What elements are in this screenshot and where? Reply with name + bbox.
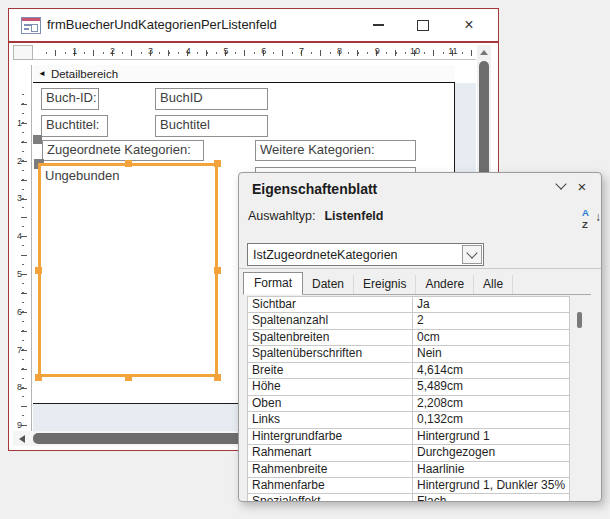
property-row: Oben2,208cm [248,396,569,412]
property-row: Spaltenanzahl2 [248,313,569,329]
window-titlebar[interactable]: frmBuecherUndKategorienPerListenfeld × [9,9,498,41]
property-name: Oben [248,396,413,411]
object-selector-combobox[interactable]: IstZugeordneteKategorien [247,243,484,266]
property-value[interactable]: Haarlinie [413,462,569,477]
property-row: Höhe5,489cm [248,379,569,395]
vertical-scrollbar-thumb[interactable] [479,61,489,183]
property-value[interactable]: 2 [413,313,569,328]
selection-handle-top[interactable] [125,160,132,167]
properties-panel: Eigenschaftenblatt × Auswahltyp: Listenf… [238,172,602,502]
tab-format[interactable]: Format [243,272,303,295]
minimize-icon [373,24,384,26]
scroll-left-button[interactable] [13,431,31,446]
horizontal-ruler[interactable]: 1234567891011 [33,45,476,60]
ruler-number: 5 [223,46,228,56]
textbox-buchtitel[interactable]: Buchtitel [155,115,268,137]
arrow-up-icon [480,50,488,55]
sort-az-button[interactable]: A Z ↓ [582,208,600,229]
tab-ereignis[interactable]: Ereignis [354,275,416,294]
ruler-number: 7 [299,46,304,56]
section-label: Detailbereich [51,68,118,80]
minimize-button[interactable] [363,14,393,36]
property-name: Spaltenüberschriften [248,346,413,361]
label-buch-id[interactable]: Buch-ID: [41,88,99,110]
ruler-number: 1 [72,46,77,56]
label-move-handle[interactable] [33,135,42,144]
maximize-button[interactable] [408,14,438,36]
props-scrollbar-thumb[interactable] [577,312,582,328]
property-value[interactable]: 0cm [413,330,569,345]
chevron-down-icon [555,178,566,189]
arrow-left-icon [19,435,25,443]
property-name: Rahmenart [248,445,413,460]
selection-handle-bottom-left[interactable] [35,374,42,381]
property-row: Breite4,614cm [248,363,569,379]
property-value[interactable]: Nein [413,346,569,361]
listbox-zugeordnete-kategorien[interactable]: Ungebunden [38,163,218,377]
label-buchtitel[interactable]: Buchtitel: [41,115,108,137]
property-value[interactable]: Durchgezogen [413,445,569,460]
selection-type-label: Auswahltyp: [248,209,315,223]
selection-handle-top-right[interactable] [214,160,221,167]
property-name: Links [248,412,413,427]
selection-handle-right[interactable] [214,267,221,274]
combobox-dropdown-button[interactable] [462,245,482,264]
ruler-number: 2 [17,155,22,165]
property-value[interactable]: Hintergrund 1 [413,429,569,444]
property-value[interactable]: Ja [413,297,569,312]
sort-arrow-icon: ↓ [595,210,601,224]
ruler-corner[interactable] [13,45,33,60]
property-value[interactable]: 5,489cm [413,379,569,394]
property-row: Links0,132cm [248,412,569,428]
tab-andere[interactable]: Andere [416,275,474,294]
section-header-detailbereich[interactable]: ◄ Detailbereich [33,65,455,83]
ruler-number: 1 [17,117,22,127]
property-name: Breite [248,363,413,378]
form-icon [21,17,41,34]
tab-daten[interactable]: Daten [303,275,354,294]
label-weitere-kategorien[interactable]: Weitere Kategorien: [255,140,416,161]
object-selector-value: IstZugeordneteKategorien [253,248,398,262]
property-name: Spaltenanzahl [248,313,413,328]
ruler-number: 6 [261,46,266,56]
selection-handle-bottom-right[interactable] [214,374,221,381]
property-name: Spezialeffekt [248,494,413,502]
tab-alle[interactable]: Alle [474,275,513,294]
horizontal-scrollbar-thumb[interactable] [33,433,264,444]
scroll-up-button[interactable] [477,45,491,59]
property-value[interactable]: 0,132cm [413,412,569,427]
property-value[interactable]: 2,208cm [413,396,569,411]
label-zugeordnete-kategorien[interactable]: Zugeordnete Kategorien: [42,140,204,161]
property-name: Spaltenbreiten [248,330,413,345]
ruler-number: 2 [110,46,115,56]
property-value[interactable]: 4,614cm [413,363,569,378]
collapse-button[interactable] [552,177,570,195]
sort-a-glyph: A [582,207,589,218]
properties-close-button[interactable]: × [573,177,591,195]
property-row: Spaltenbreiten0cm [248,330,569,346]
ruler-number: 9 [17,420,22,430]
close-button[interactable]: × [454,14,484,36]
ruler-number: 11 [448,46,457,56]
ruler-number: 7 [17,344,22,354]
section-collapse-icon: ◄ [38,70,46,78]
window-title: frmBuecherUndKategorienPerListenfeld [47,17,277,32]
tabs-top-separator [239,268,601,269]
property-row: SpezialeffektFlach [248,494,569,502]
property-row: RahmenfarbeHintergrund 1, Dunkler 35% [248,478,569,494]
property-name: Rahmenbreite [248,462,413,477]
property-value[interactable]: Hintergrund 1, Dunkler 35% [413,478,569,493]
maximize-icon [417,20,429,31]
sort-z-glyph: Z [582,219,588,230]
selection-handle-left[interactable] [35,267,42,274]
property-value[interactable]: Flach [413,494,569,502]
ruler-number: 5 [17,269,22,279]
properties-title: Eigenschaftenblatt [252,181,377,197]
selection-handle-bottom[interactable] [125,374,132,381]
property-row: RahmenbreiteHaarlinie [248,462,569,478]
vertical-ruler[interactable]: 123456789 [13,65,32,431]
ruler-number: 10 [410,46,420,56]
titlebar-separator [9,41,498,43]
textbox-buchid[interactable]: BuchID [155,88,268,110]
ruler-number: 4 [186,46,191,56]
